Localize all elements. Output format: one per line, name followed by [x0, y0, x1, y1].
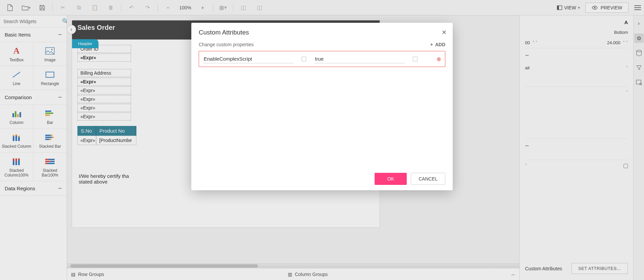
chevron-down-icon-2[interactable]: ˅	[626, 90, 628, 95]
field-expr-2[interactable]: «Expr»	[77, 95, 131, 103]
widget-column[interactable]: Column	[0, 105, 34, 129]
close-icon[interactable]: ✕	[440, 27, 448, 38]
header-tab[interactable]: Header	[72, 39, 99, 48]
delete-button[interactable]: 🗑	[104, 2, 118, 13]
column-groups-label: Column Groups	[295, 272, 328, 277]
properties-panel: A Bottom 00 ˄ ˅ 24.000 ˄ ˅ − ait˅ ˅ − ˅ …	[519, 15, 633, 280]
spinner-1[interactable]: ˄ ˅	[532, 41, 537, 45]
svg-rect-24	[45, 139, 49, 140]
svg-rect-8	[15, 111, 16, 117]
widget-stacked-bar[interactable]: Stacked Bar	[34, 129, 67, 152]
th-product-no: Product No	[96, 126, 136, 136]
val2: 24.000	[607, 40, 621, 45]
image-settings-icon[interactable]	[634, 78, 644, 87]
svg-rect-15	[13, 135, 14, 136]
rail-expand-icon[interactable]: ›	[634, 19, 644, 28]
image-icon	[45, 47, 55, 55]
zoom-in-button[interactable]: +	[195, 2, 210, 13]
attribute-value-fx-checkbox[interactable]	[413, 57, 417, 61]
search-icon[interactable]: 🔍	[62, 18, 67, 24]
field-expr-1[interactable]: «Expr»	[77, 86, 131, 94]
undo-button[interactable]: ↶	[124, 2, 139, 13]
attribute-name-input[interactable]	[203, 55, 294, 63]
svg-rect-16	[15, 136, 17, 141]
field-billing-address[interactable]: Billing Address	[77, 69, 131, 77]
svg-line-5	[13, 72, 20, 77]
groups-collapse-icon[interactable]: ︽	[511, 271, 515, 277]
svg-rect-12	[45, 113, 53, 114]
panel-heading: A	[525, 19, 628, 27]
svg-rect-14	[13, 136, 14, 141]
top-toolbar: ▾ ✂ ⧉ 📋 🗑 ↶ ↷ − 100% + ▦▾ ◫ ◫ VIEW▾ PREV…	[0, 0, 644, 15]
set-attributes-button[interactable]: SET ATTRIBUTES...	[571, 263, 628, 274]
align-button[interactable]: ▦▾	[216, 2, 231, 13]
svg-rect-22	[45, 137, 52, 138]
row-groups-label: Row Groups	[78, 272, 104, 277]
widget-bar[interactable]: Bar	[34, 105, 67, 129]
svg-point-4	[51, 49, 53, 50]
properties-icon[interactable]: ⚙	[634, 33, 644, 43]
attribute-value-input[interactable]	[314, 55, 405, 63]
field-expr-4[interactable]: «Expr»	[77, 113, 131, 121]
svg-rect-25	[49, 139, 51, 140]
horizontal-scrollbar[interactable]	[67, 263, 519, 268]
spinner-2[interactable]: ˄ ˅	[623, 41, 628, 45]
widget-textbox[interactable]: A TextBox	[0, 42, 34, 66]
attribute-name-fx-checkbox[interactable]	[302, 57, 306, 61]
save-button[interactable]	[35, 2, 50, 13]
svg-rect-27	[13, 158, 14, 160]
plus-icon: ＋	[429, 42, 434, 48]
collapse-3[interactable]: −	[525, 142, 529, 150]
category-comparison[interactable]: Comparison−	[0, 90, 67, 105]
cancel-button[interactable]: CANCEL	[411, 173, 445, 185]
widget-line[interactable]: Line	[0, 66, 34, 90]
view-dropdown[interactable]: VIEW▾	[553, 3, 584, 12]
stacked-bar-icon	[45, 133, 55, 141]
field-expr-3[interactable]: «Expr»	[77, 104, 131, 112]
svg-rect-23	[52, 137, 54, 138]
custom-attributes-dialog: ✕ Custom Attributes Change custom proper…	[191, 23, 453, 190]
search-input[interactable]	[3, 19, 62, 24]
copy-button[interactable]: ⧉	[71, 2, 86, 13]
field-expr-bold[interactable]: «Expr»	[77, 78, 131, 86]
new-file-button[interactable]	[3, 2, 17, 13]
widget-image[interactable]: Image	[34, 42, 67, 66]
field-expr[interactable]: «Expr»	[77, 54, 131, 62]
collapse-1[interactable]: −	[525, 52, 529, 59]
bring-front-button[interactable]: ◫	[252, 2, 267, 13]
svg-rect-6	[46, 72, 54, 77]
delete-attribute-icon[interactable]: ⊗	[437, 56, 441, 62]
svg-rect-39	[636, 80, 641, 84]
prop-checkbox[interactable]	[624, 164, 628, 168]
attribute-row: ⊗	[199, 51, 445, 67]
open-folder-button[interactable]: ▾	[19, 2, 34, 13]
menu-icon[interactable]	[634, 5, 641, 10]
widget-stacked-column[interactable]: Stacked Column	[0, 129, 34, 152]
paste-button[interactable]: 📋	[87, 2, 102, 13]
collapse-sidebar-button[interactable]: ‹	[67, 25, 76, 34]
chevron-down-icon-3[interactable]: ˅	[525, 163, 527, 168]
redo-button[interactable]: ↷	[140, 2, 155, 13]
ok-button[interactable]: OK	[375, 173, 407, 185]
category-data-regions[interactable]: Data Regions−	[0, 181, 67, 196]
widget-stacked-column-100[interactable]: Stacked Column100%	[0, 153, 34, 182]
svg-rect-33	[45, 159, 49, 160]
widget-rectangle[interactable]: Rectangle	[34, 66, 67, 90]
filter-icon[interactable]	[634, 63, 644, 72]
textbox-icon: A	[11, 47, 22, 55]
val1: 00	[525, 40, 530, 45]
td-sno: «Expr»	[77, 136, 96, 145]
add-attribute-button[interactable]: ＋ADD	[429, 42, 445, 48]
cut-button[interactable]: ✂	[55, 2, 70, 13]
zoom-out-button[interactable]: −	[160, 2, 175, 13]
rectangle-icon	[45, 71, 55, 79]
svg-rect-11	[45, 111, 51, 112]
category-basic-items[interactable]: Basic Items−	[0, 27, 67, 42]
chevron-down-icon[interactable]: ˅	[626, 66, 628, 70]
preview-button[interactable]: PREVIEW	[585, 3, 629, 13]
data-icon[interactable]	[634, 48, 644, 58]
send-back-button[interactable]: ◫	[236, 2, 251, 13]
widget-stacked-bar-100[interactable]: Stacked Bar100%	[34, 153, 67, 182]
row-groups-icon: ▤	[71, 272, 75, 277]
svg-rect-1	[557, 6, 559, 10]
